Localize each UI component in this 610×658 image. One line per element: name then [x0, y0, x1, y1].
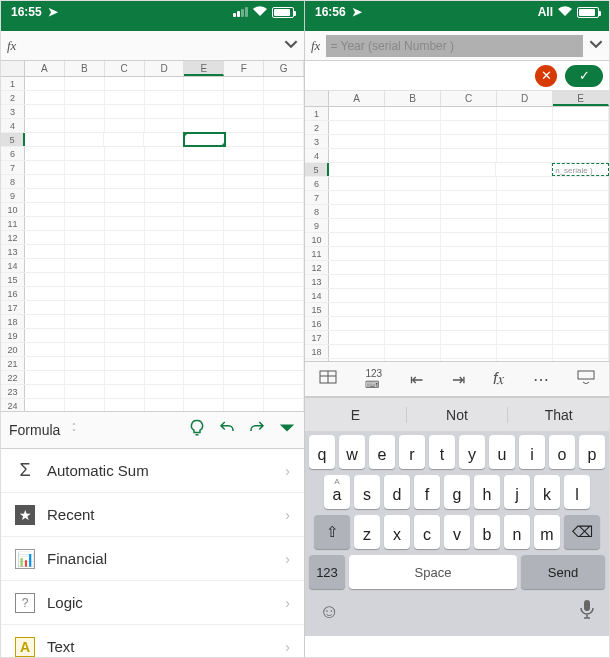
row-header[interactable]: 3 [1, 105, 25, 118]
cell[interactable] [225, 133, 265, 146]
row-header[interactable]: 6 [305, 177, 329, 190]
next-field-icon[interactable]: ⇥ [452, 370, 465, 389]
row-header[interactable]: 12 [1, 231, 25, 244]
ribbon-switcher-icon[interactable]: ˄˅ [72, 424, 76, 436]
cell[interactable] [497, 275, 553, 288]
cell[interactable] [497, 359, 553, 361]
cell[interactable] [441, 205, 497, 218]
cell[interactable] [264, 147, 304, 160]
cell[interactable] [105, 231, 145, 244]
cell[interactable] [105, 77, 145, 90]
col-header[interactable]: F [224, 61, 264, 76]
row-header[interactable]: 2 [1, 91, 25, 104]
row-header[interactable]: 21 [1, 357, 25, 370]
cell[interactable] [385, 177, 441, 190]
key-m[interactable]: m [534, 515, 560, 549]
hide-keyboard-icon[interactable] [577, 370, 595, 388]
cell[interactable] [264, 231, 304, 244]
row-header[interactable]: 19 [1, 329, 25, 342]
cell[interactable] [553, 219, 609, 232]
cell[interactable] [385, 205, 441, 218]
function-icon[interactable]: f𝑥 [493, 370, 504, 388]
cell[interactable] [497, 261, 553, 274]
cell[interactable] [264, 287, 304, 300]
key-u[interactable]: u [489, 435, 515, 469]
formula-bar[interactable]: fx = Year (serial Number ) [305, 31, 609, 61]
selection-handle[interactable] [183, 132, 188, 137]
cell[interactable] [184, 231, 224, 244]
key-i[interactable]: i [519, 435, 545, 469]
cell[interactable] [497, 121, 553, 134]
cell[interactable] [497, 149, 553, 162]
cell[interactable] [553, 233, 609, 246]
cell[interactable] [497, 345, 553, 358]
cell[interactable] [497, 219, 553, 232]
cell[interactable] [329, 303, 385, 316]
row-header[interactable]: 11 [305, 247, 329, 260]
numeric-keyboard-icon[interactable]: 123⌨ [365, 368, 382, 390]
cell[interactable] [497, 107, 553, 120]
cell[interactable] [329, 191, 385, 204]
row-header[interactable]: 6 [1, 147, 25, 160]
cell[interactable] [329, 247, 385, 260]
key-q[interactable]: q [309, 435, 335, 469]
cell[interactable] [105, 315, 145, 328]
cell[interactable] [25, 301, 65, 314]
cell[interactable] [329, 121, 385, 134]
cell[interactable] [145, 371, 185, 384]
more-icon[interactable]: ⋯ [533, 370, 549, 389]
cell[interactable] [553, 135, 609, 148]
cell[interactable] [441, 177, 497, 190]
cell[interactable] [496, 163, 552, 176]
cell[interactable] [184, 175, 224, 188]
cell[interactable] [385, 135, 441, 148]
mic-icon[interactable] [579, 599, 595, 624]
cell[interactable] [497, 205, 553, 218]
cell[interactable] [385, 289, 441, 302]
cell[interactable] [25, 399, 65, 411]
row-header[interactable]: 1 [305, 107, 329, 120]
cell[interactable] [105, 147, 145, 160]
cell[interactable] [264, 203, 304, 216]
cell[interactable] [329, 345, 385, 358]
cell[interactable] [497, 135, 553, 148]
cell[interactable] [441, 149, 497, 162]
cell[interactable] [441, 247, 497, 260]
cell[interactable] [105, 399, 145, 411]
cell[interactable] [65, 357, 105, 370]
cell[interactable] [224, 105, 264, 118]
cell[interactable] [385, 275, 441, 288]
row-header[interactable]: 3 [305, 135, 329, 148]
cell[interactable] [145, 119, 185, 132]
cell[interactable] [105, 245, 145, 258]
cell[interactable] [65, 371, 105, 384]
row-header[interactable]: 15 [1, 273, 25, 286]
cell[interactable] [264, 161, 304, 174]
cell[interactable] [264, 385, 304, 398]
cell[interactable] [264, 105, 304, 118]
cell[interactable] [224, 315, 264, 328]
cell[interactable] [25, 329, 65, 342]
key-l[interactable]: l [564, 475, 590, 509]
cell[interactable] [553, 121, 609, 134]
cell[interactable] [385, 219, 441, 232]
cell[interactable] [25, 133, 65, 146]
row-header[interactable]: 16 [1, 287, 25, 300]
cell[interactable] [144, 133, 184, 146]
cell[interactable] [441, 359, 497, 361]
cell[interactable] [65, 231, 105, 244]
row-header[interactable]: 12 [305, 261, 329, 274]
collapse-ribbon-icon[interactable] [278, 419, 296, 442]
cell[interactable] [329, 317, 385, 330]
row-header[interactable]: 4 [305, 149, 329, 162]
row-header[interactable]: 24 [1, 399, 25, 411]
cell[interactable] [553, 177, 609, 190]
cell[interactable] [25, 119, 65, 132]
category-item[interactable]: 📊Financial› [1, 537, 304, 581]
row-header[interactable]: 14 [305, 289, 329, 302]
chevron-down-icon[interactable] [284, 37, 298, 55]
cell[interactable] [553, 345, 609, 358]
key-h[interactable]: h [474, 475, 500, 509]
cell[interactable] [441, 163, 497, 176]
cell[interactable] [25, 91, 65, 104]
